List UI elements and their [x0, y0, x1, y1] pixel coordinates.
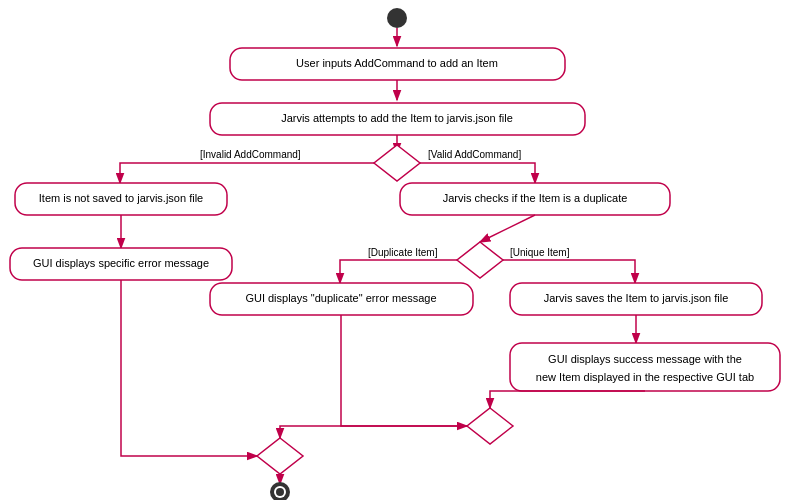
node-jarvis-attempt-label: Jarvis attempts to add the Item to jarvi…: [281, 112, 513, 124]
node-success-msg-label1: GUI displays success message with the: [548, 353, 742, 365]
arrow-d2-n7: [503, 260, 635, 283]
arrow-n5-d2: [480, 215, 535, 242]
activity-diagram: User inputs AddCommand to add an Item Ja…: [0, 0, 794, 500]
node-save-item-label: Jarvis saves the Item to jarvis.json fil…: [544, 292, 729, 304]
node-success-msg-label2: new Item displayed in the respective GUI…: [536, 371, 754, 383]
arrow-d1-n5: [420, 163, 535, 183]
label-duplicate: [Duplicate Item]: [368, 247, 438, 258]
label-unique: [Unique Item]: [510, 247, 570, 258]
label-valid: [Valid AddCommand]: [428, 149, 521, 160]
arrow-d2-n6: [340, 260, 457, 283]
node-not-saved-label: Item is not saved to jarvis.json file: [39, 192, 203, 204]
label-invalid: [Invalid AddCommand]: [200, 149, 301, 160]
diamond-dup: [457, 242, 503, 278]
start-node: [387, 8, 407, 28]
diamond-valid: [374, 145, 420, 181]
diamond-merge1: [467, 408, 513, 444]
node-success-msg: [510, 343, 780, 391]
arrow-d3-d4: [280, 426, 467, 438]
node-error-msg-label: GUI displays specific error message: [33, 257, 209, 269]
arrow-n6-d3: [341, 315, 467, 426]
node-check-dup-label: Jarvis checks if the Item is a duplicate: [443, 192, 628, 204]
diamond-merge2: [257, 438, 303, 474]
arrow-d1-n3: [120, 163, 374, 183]
node-dup-error-label: GUI displays "duplicate" error message: [245, 292, 436, 304]
end-node-center: [276, 488, 284, 496]
node-user-input-label: User inputs AddCommand to add an Item: [296, 57, 498, 69]
arrow-n8-d3: [490, 391, 645, 408]
